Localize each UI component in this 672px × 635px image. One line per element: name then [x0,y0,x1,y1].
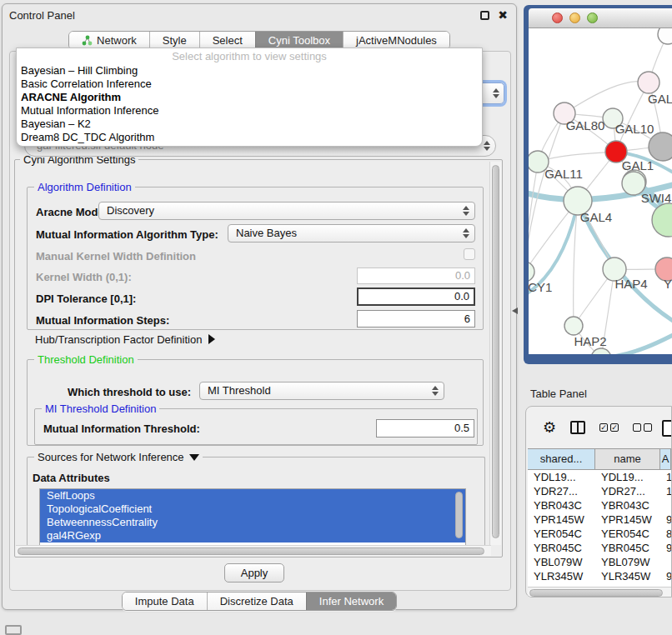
table-cell: YER054C [595,527,660,541]
which-threshold-combo[interactable]: MI Threshold [199,382,444,400]
close-window-icon[interactable] [552,12,563,23]
table-row[interactable]: YBR045CYBR045C9. [528,541,671,555]
tab-network[interactable]: Network [69,32,149,49]
network-node-gcy1[interactable] [529,262,534,282]
collapse-arrow-icon[interactable] [189,454,199,461]
attribute-item-topologicalcoefficient[interactable]: TopologicalCoefficient [40,502,465,516]
bottom-tab-discretize-data[interactable]: Discretize Data [207,592,306,610]
network-node-label: SWI4 [641,191,672,205]
network-node-label: Y [664,277,672,291]
algorithm-option-dream8-dc-tdc-algorithm[interactable]: Dream8 DC_TDC Algorithm [17,131,482,144]
select-none-unchecked-icon[interactable] [633,423,652,432]
column-header-a[interactable]: A [660,449,671,469]
algorithm-definition-title: Algorithm Definition [34,181,135,193]
table-row[interactable]: YLR345WYLR345W9. [528,569,671,583]
table-cell: YBL079W [595,555,660,569]
network-node-label: GAL1 [622,158,654,172]
network-node-label: GAL [648,92,672,106]
mi-threshold-group-title: MI Threshold Definition [42,402,159,415]
table-scrollbar-thumb[interactable] [529,589,663,597]
network-node-hap2[interactable] [564,317,583,335]
algorithm-option-aracne-algorithm[interactable]: ARACNE Algorithm [17,91,482,104]
network-tab-icon [82,35,93,46]
table-panel-title: Table Panel [530,388,587,400]
attribute-item-gal4rgexp[interactable]: gal4RGexp [40,529,465,542]
aracne-mode-label: Aracne Mode: [36,206,108,218]
table-row[interactable]: YBR043CYBR043C [528,498,671,512]
algorithm-dropdown-popup: Select algorithm to view settings Bayesi… [16,48,483,147]
table-cell: YBR045C [595,541,660,555]
network-node-label: GAL80 [566,118,605,132]
attribute-item-betweennesscentrality[interactable]: BetweennessCentrality [40,516,465,529]
hub-factor-section[interactable]: Hub/Transcription Factor Definition [35,333,215,346]
bottom-tab-infer-network[interactable]: Infer Network [306,592,396,610]
combo-stepper-icon [463,206,469,216]
which-threshold-label: Which threshold to use: [44,386,191,398]
network-node-label: GAL10 [615,122,654,136]
kernel-width-label: Kernel Width (0,1): [36,271,132,283]
tab-select[interactable]: Select [199,32,255,49]
attribute-item-selfloops[interactable]: SelfLoops [40,489,465,502]
network-window-titlebar[interactable] [529,8,672,28]
tab-jactivemnodules[interactable]: jActiveMNodules [343,32,449,49]
table-cell: 13 [660,470,671,484]
tab-label: Select [213,34,243,47]
network-node[interactable] [591,348,611,354]
table-row[interactable]: YDR27...YDR27...12 [528,484,671,498]
aracne-mode-combo[interactable]: Discovery [98,202,475,220]
table-cell: YBR043C [595,498,660,512]
combo-stepper-icon [463,228,469,238]
dpi-tolerance-label: DPI Tolerance [0,1]: [36,292,136,305]
table-cell: YBR045C [528,541,595,555]
network-node[interactable] [658,28,672,44]
split-columns-icon[interactable] [570,421,585,434]
data-attributes-list: SelfLoopsTopologicalCoefficientBetweenne… [39,488,466,545]
network-node[interactable] [652,203,672,237]
mi-steps-field[interactable]: 6 [357,310,475,328]
tab-style[interactable]: Style [149,32,199,49]
column-header-shared[interactable]: shared... [528,449,595,469]
table-row[interactable]: YDL19...YDL19...13 [528,470,671,484]
dpi-tolerance-field[interactable]: 0.0 [357,288,475,306]
manual-kernel-label: Manual Kernel Width Definition [36,250,196,262]
table-row[interactable]: YBL079WYBL079W [528,555,671,569]
column-header-name[interactable]: name [595,449,660,469]
sources-group-title: Sources for Network Inference [34,451,203,463]
document-icon[interactable] [662,420,672,437]
bottom-tab-impute-data[interactable]: Impute Data [123,592,207,610]
algorithm-option-basic-correlation-inference[interactable]: Basic Correlation Inference [17,78,482,91]
network-canvas[interactable]: GALGAL80GAL10GAL1GAL11SWI4GAL4HAP4YGCY1H… [529,28,672,354]
zoom-window-icon[interactable] [587,12,598,23]
minimize-window-icon[interactable] [569,12,580,23]
tab-cyni-toolbox[interactable]: Cyni Toolbox [255,32,343,49]
gear-icon[interactable]: ⚙ [543,420,556,435]
table-panel-window: ⚙ ✓✓ shared...nameA YDL19...YDL19...13YD… [525,406,672,598]
float-window-icon[interactable] [480,11,489,20]
list-scrollbar-thumb[interactable] [455,492,463,538]
expand-arrow-icon[interactable] [208,334,215,344]
close-icon[interactable]: ✖ [498,8,508,22]
settings-horizontal-scrollbar [16,545,491,556]
mi-threshold-field[interactable]: 0.5 [376,419,474,438]
node-table: shared...nameA YDL19...YDL19...13YDR27..… [528,448,671,598]
network-node-gal[interactable] [638,72,659,93]
table-row[interactable]: YER054CYER054C8. [528,527,671,541]
algorithm-option-bayesian-k2[interactable]: Bayesian – K2 [17,118,482,131]
algorithm-option-bayesian-hill-climbing[interactable]: Bayesian – Hill Climbing [17,64,482,78]
horizontal-scrollbar-thumb[interactable] [18,548,484,555]
bottom-tab-label: Discretize Data [220,595,293,608]
table-cell: YDL19... [595,470,660,484]
network-node-label: HAP4 [614,277,647,291]
bottom-tab-label: Infer Network [319,595,384,608]
table-row[interactable]: YPR145WYPR145W9. [528,512,671,527]
network-node[interactable] [649,132,672,161]
mi-algorithm-type-combo[interactable]: Naive Bayes [228,224,475,242]
kernel-width-field[interactable]: 0.0 [357,268,475,284]
combo-stepper-icon [432,386,439,396]
select-all-checked-icon[interactable]: ✓✓ [599,423,619,432]
algorithm-option-mutual-information-inference[interactable]: Mutual Information Inference [17,104,482,118]
vertical-scrollbar-thumb[interactable] [492,165,499,538]
apply-button[interactable]: Apply [224,563,284,582]
manual-kernel-checkbox[interactable] [464,248,475,260]
threshold-definition-title: Threshold Definition [34,353,138,366]
